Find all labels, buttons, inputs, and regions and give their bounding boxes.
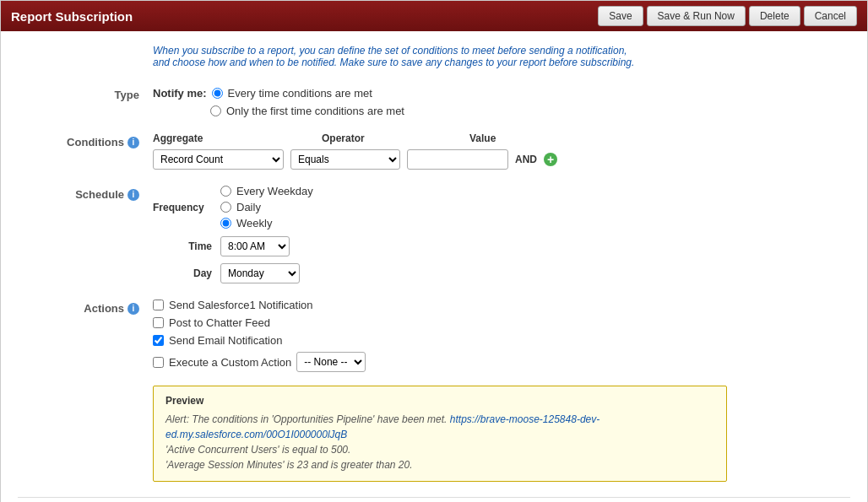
col-header-value: Value — [469, 132, 579, 144]
preview-alert: Alert: The conditions in 'Opportunities … — [165, 413, 447, 425]
frequency-row: Frequency Every Weekday Daily — [153, 185, 850, 229]
page-header: Report Subscription Save Save & Run Now … — [1, 1, 867, 31]
notify-every-time-radio[interactable] — [212, 88, 223, 99]
custom-action-row: Execute a Custom Action -- None -- — [153, 352, 850, 372]
actions-info-icon[interactable]: i — [127, 303, 139, 315]
action4-label[interactable]: Execute a Custom Action — [153, 356, 291, 369]
col-header-operator: Operator — [322, 132, 436, 144]
freq-weekly-label[interactable]: Weekly — [220, 217, 313, 229]
frequency-options: Every Weekday Daily Weekly — [220, 185, 313, 229]
conditions-content: Aggregate Operator Value Record Count Su… — [153, 132, 850, 170]
schedule-info-icon[interactable]: i — [127, 189, 139, 201]
add-condition-icon[interactable]: + — [544, 153, 557, 166]
actions-label: Actions i — [18, 299, 153, 315]
notify-prefix: Notify me: — [153, 87, 207, 100]
actions-content: Send Salesforce1 Notification Post to Ch… — [153, 299, 850, 482]
time-select[interactable]: 8:00 AM 9:00 AM 10:00 AM 12:00 PM 1:00 P… — [220, 236, 290, 256]
notify-first-time-radio[interactable] — [210, 105, 221, 116]
delete-button[interactable]: Delete — [749, 6, 800, 26]
notify-first-time-label[interactable]: Only the first time conditions are met — [153, 105, 850, 117]
freq-daily-radio[interactable] — [220, 202, 231, 213]
info-box: When you subscribe to a report, you can … — [18, 45, 850, 68]
cancel-button[interactable]: Cancel — [804, 6, 857, 26]
col-header-aggregate: Aggregate — [153, 132, 288, 144]
operator-select[interactable]: Equals Not Equal To Greater Than Less Th… — [290, 149, 400, 170]
freq-weekday-label[interactable]: Every Weekday — [220, 185, 313, 197]
conditions-header: Aggregate Operator Value — [153, 132, 850, 144]
conditions-inputs-row: Record Count Sum Average Min Max Equals … — [153, 149, 850, 170]
action1-label[interactable]: Send Salesforce1 Notification — [153, 299, 850, 311]
preview-text: Alert: The conditions in 'Opportunities … — [165, 412, 714, 472]
freq-daily-label[interactable]: Daily — [220, 201, 313, 213]
action1-text: Send Salesforce1 Notification — [169, 299, 313, 311]
type-label: Type — [18, 85, 153, 101]
schedule-content: Frequency Every Weekday Daily — [153, 185, 850, 283]
action4-text: Execute a Custom Action — [169, 356, 291, 369]
action3-checkbox[interactable] — [153, 335, 164, 346]
action1-checkbox[interactable] — [153, 300, 164, 310]
day-select[interactable]: Monday Tuesday Wednesday Thursday Friday… — [220, 263, 300, 283]
conditions-label: Conditions i — [18, 132, 153, 148]
preview-title: Preview — [165, 395, 714, 407]
save-run-now-button[interactable]: Save & Run Now — [647, 6, 746, 26]
actions-row: Actions i Send Salesforce1 Notification … — [18, 299, 850, 482]
action2-text: Post to Chatter Feed — [169, 316, 270, 329]
custom-action-select[interactable]: -- None -- — [296, 352, 366, 372]
time-row: Time 8:00 AM 9:00 AM 10:00 AM 12:00 PM 1… — [153, 236, 850, 256]
preview-box: Preview Alert: The conditions in 'Opport… — [153, 386, 727, 482]
type-content: Notify me: Every time conditions are met… — [153, 85, 850, 117]
notify-label[interactable]: Notify me: Every time conditions are met — [153, 87, 850, 100]
header-buttons: Save Save & Run Now Delete Cancel — [598, 6, 857, 26]
schedule-row: Schedule i Frequency Every Weekday — [18, 185, 850, 283]
action3-label[interactable]: Send Email Notification — [153, 334, 850, 347]
action4-checkbox[interactable] — [153, 357, 164, 368]
freq-weekday-radio[interactable] — [220, 186, 231, 197]
time-label: Time — [153, 240, 212, 252]
info-line1: When you subscribe to a report, you can … — [153, 45, 850, 57]
page-wrapper: Report Subscription Save Save & Run Now … — [0, 0, 868, 502]
notify-option1-label: Every time conditions are met — [228, 87, 372, 100]
and-label: AND — [515, 154, 537, 165]
divider — [18, 497, 850, 498]
freq-weekly-radio[interactable] — [220, 218, 231, 229]
content-area: When you subscribe to a report, you can … — [1, 31, 867, 502]
save-button[interactable]: Save — [598, 6, 643, 26]
day-label: Day — [153, 267, 212, 279]
freq-weekly-text: Weekly — [236, 217, 272, 229]
action2-label[interactable]: Post to Chatter Feed — [153, 316, 850, 329]
action2-checkbox[interactable] — [153, 317, 164, 328]
aggregate-select[interactable]: Record Count Sum Average Min Max — [153, 149, 284, 170]
day-row: Day Monday Tuesday Wednesday Thursday Fr… — [153, 263, 850, 283]
schedule-group: Frequency Every Weekday Daily — [153, 185, 850, 283]
freq-weekday-text: Every Weekday — [236, 185, 313, 197]
info-line2: and choose how and when to be notified. … — [153, 57, 850, 68]
conditions-row: Conditions i Aggregate Operator Value Re… — [18, 132, 850, 170]
preview-line3: 'Average Session Minutes' is 23 and is g… — [165, 459, 413, 471]
notify-option2-label: Only the first time conditions are met — [226, 105, 404, 117]
page-title: Report Subscription — [11, 9, 133, 24]
frequency-label: Frequency — [153, 202, 212, 213]
freq-daily-text: Daily — [236, 201, 261, 213]
action3-text: Send Email Notification — [169, 334, 282, 347]
conditions-info-icon[interactable]: i — [127, 137, 139, 148]
value-input[interactable] — [407, 149, 508, 170]
schedule-label: Schedule i — [18, 185, 153, 201]
preview-line2: 'Active Concurrent Users' is equal to 50… — [165, 444, 350, 456]
type-row: Type Notify me: Every time conditions ar… — [18, 85, 850, 117]
actions-group: Send Salesforce1 Notification Post to Ch… — [153, 299, 850, 482]
type-options: Notify me: Every time conditions are met… — [153, 85, 850, 117]
